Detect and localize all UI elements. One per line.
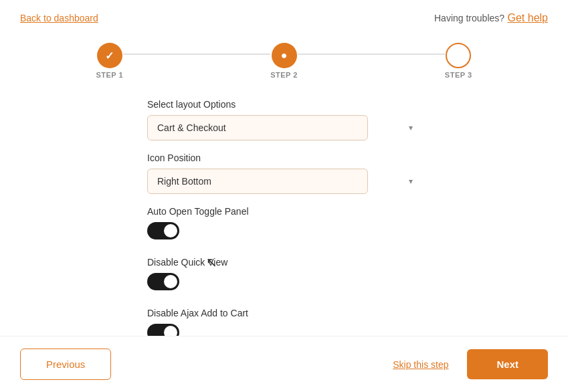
icon-position-form-group: Icon Position Right Bottom Left Bottom R…: [147, 153, 421, 194]
step-2: ● STEP 2: [270, 43, 298, 79]
step-1: ✓ STEP 1: [96, 43, 123, 79]
next-button[interactable]: Next: [467, 349, 548, 379]
step-2-circle: ●: [272, 43, 297, 68]
help-area: Having troubles? Get help: [434, 12, 548, 24]
disable-quick-view-toggle-group: Disable Quick View: [147, 257, 421, 293]
back-to-dashboard-link[interactable]: Back to dashboard: [20, 13, 98, 23]
auto-open-toggle-group: Auto Open Toggle Panel: [147, 206, 421, 242]
disable-quick-view-label: Disable Quick View: [147, 257, 421, 268]
step-3-circle: [446, 43, 471, 68]
step-line-1: [123, 54, 270, 55]
disable-quick-view-toggle[interactable]: [147, 273, 179, 290]
footer-right: Skip this step Next: [393, 349, 548, 379]
layout-select[interactable]: Cart & Checkout Cart Only Checkout Only: [147, 115, 368, 140]
stepper: ✓ STEP 1 ● STEP 2 STEP 3: [0, 36, 568, 92]
step-line-2: [298, 54, 445, 55]
previous-button[interactable]: Previous: [20, 349, 111, 380]
help-text: Having troubles?: [434, 13, 504, 23]
step-2-label: STEP 2: [270, 71, 298, 79]
step-1-circle: ✓: [97, 43, 122, 68]
footer: Previous Skip this step Next: [0, 336, 568, 392]
step-3-label: STEP 3: [445, 71, 472, 79]
icon-position-chevron-icon: ▾: [409, 177, 413, 186]
icon-position-select[interactable]: Right Bottom Left Bottom Right Top Left …: [147, 169, 368, 194]
layout-label: Select layout Options: [147, 99, 421, 110]
icon-position-label: Icon Position: [147, 153, 421, 163]
main-content: Select layout Options Cart & Checkout Ca…: [0, 92, 568, 365]
layout-select-wrapper: Cart & Checkout Cart Only Checkout Only …: [147, 115, 421, 140]
step-1-label: STEP 1: [96, 71, 123, 79]
skip-step-link[interactable]: Skip this step: [393, 359, 448, 370]
auto-open-toggle[interactable]: [147, 222, 179, 239]
get-help-link[interactable]: Get help: [508, 12, 548, 23]
icon-position-select-wrapper: Right Bottom Left Bottom Right Top Left …: [147, 169, 421, 194]
step-3: STEP 3: [445, 43, 472, 79]
layout-chevron-icon: ▾: [409, 123, 413, 132]
auto-open-label: Auto Open Toggle Panel: [147, 206, 421, 217]
disable-ajax-label: Disable Ajax Add to Cart: [147, 308, 421, 318]
header: Back to dashboard Having troubles? Get h…: [0, 0, 568, 36]
layout-form-group: Select layout Options Cart & Checkout Ca…: [147, 99, 421, 140]
